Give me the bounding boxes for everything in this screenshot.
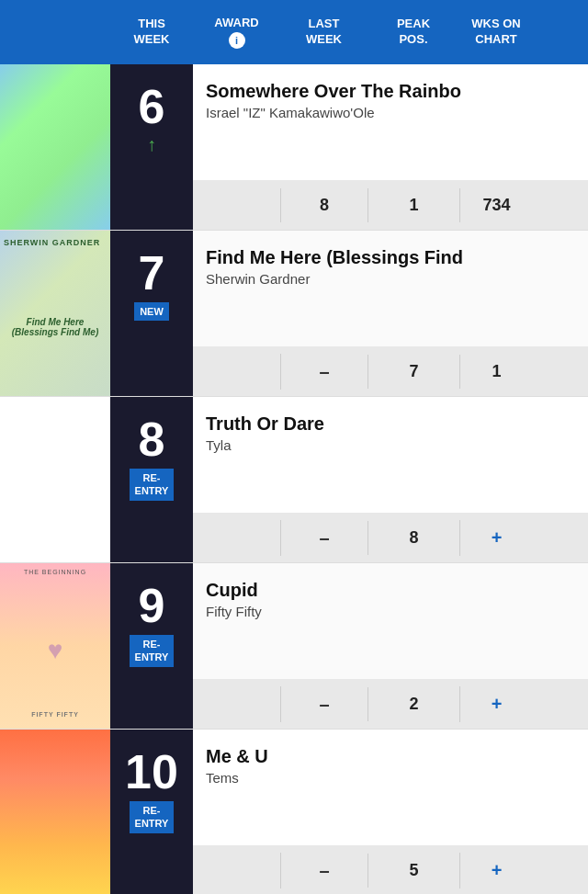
song-info-col: Truth Or Dare Tyla – 8 + (193, 397, 588, 562)
art-cupid-bg: THE BEGINNING ♥ FIFTY FIFTY (0, 563, 110, 729)
song-stats: – 5 + (193, 845, 588, 894)
stat-wks: 1 (459, 355, 533, 389)
stat-this-week (193, 696, 280, 711)
stat-peak: 8 (368, 521, 459, 555)
rank-col: 6 ↑ (110, 64, 193, 230)
rank-arrow-up-icon: ↑ (147, 134, 156, 155)
song-artist: Tems (206, 770, 575, 786)
rank-number: 9 (139, 582, 165, 629)
song-info-col: Somewhere Over The Rainbo Israel "IZ" Ka… (193, 64, 588, 230)
art-findme-bg: SHERWIN GARDNER Find Me Here(Blessings F… (0, 231, 110, 396)
award-info-icon[interactable]: i (229, 32, 245, 49)
reentry-badge: RE-ENTRY (130, 801, 175, 833)
header-wks: WKS ONCHART (459, 17, 533, 48)
album-art: SHERWIN GARDNER Find Me Here(Blessings F… (0, 231, 110, 396)
reentry-badge: RE-ENTRY (130, 469, 175, 501)
album-art (0, 64, 110, 230)
stat-peak: 1 (368, 188, 459, 222)
stat-last-week: 8 (280, 188, 368, 222)
header-peak: PEAKPOS. (368, 17, 459, 48)
song-info-col: Find Me Here (Blessings Find Sherwin Gar… (193, 231, 588, 396)
header-award: AWARD i (193, 16, 280, 49)
rank-col: 10 RE-ENTRY (110, 730, 193, 894)
stat-peak: 5 (368, 854, 459, 888)
song-title: Somewhere Over The Rainbo (206, 81, 575, 102)
rank-number: 7 (139, 249, 165, 297)
chart-row: THE BEGINNING ♥ FIFTY FIFTY 9 RE-ENTRY C… (0, 563, 588, 730)
album-art: THE BEGINNING ♥ FIFTY FIFTY (0, 563, 110, 729)
stat-wks: + (459, 686, 533, 722)
header-this-week: THISWEEK (110, 17, 193, 48)
chart-row: 6 ↑ Somewhere Over The Rainbo Israel "IZ… (0, 64, 588, 231)
song-top: Somewhere Over The Rainbo Israel "IZ" Ka… (193, 64, 588, 180)
chart-header: THISWEEK AWARD i LASTWEEK PEAKPOS. WKS O… (0, 0, 588, 64)
header-last-week: LASTWEEK (280, 17, 368, 48)
stat-last-week: – (280, 686, 368, 722)
stat-this-week (193, 863, 280, 877)
song-info-col: Cupid Fifty Fifty – 2 + (193, 563, 588, 729)
song-top: Cupid Fifty Fifty (193, 563, 588, 679)
art-truth-bg (0, 397, 110, 562)
chart-row: 8 RE-ENTRY Truth Or Dare Tyla – 8 + (0, 397, 588, 563)
song-artist: Tyla (206, 437, 575, 453)
stat-this-week (193, 530, 280, 545)
stat-peak: 7 (368, 355, 459, 389)
rank-col: 8 RE-ENTRY (110, 397, 193, 562)
rank-col: 9 RE-ENTRY (110, 563, 193, 729)
song-title: Cupid (206, 580, 575, 601)
stat-this-week (193, 364, 280, 379)
art-findme-text: SHERWIN GARDNER (4, 238, 100, 247)
song-stats: 8 1 734 (193, 180, 588, 230)
song-stats: – 2 + (193, 679, 588, 729)
rank-col: 7 NEW (110, 231, 193, 396)
song-top: Me & U Tems (193, 730, 588, 845)
art-rainbow-bg (0, 64, 110, 230)
rank-number: 8 (139, 415, 165, 463)
stat-last-week: – (280, 520, 368, 556)
stat-wks: 734 (459, 188, 533, 222)
song-title: Find Me Here (Blessings Find (206, 247, 575, 268)
song-artist: Sherwin Gardner (206, 271, 575, 287)
rank-number: 10 (125, 748, 178, 796)
chart-row: SHERWIN GARDNER Find Me Here(Blessings F… (0, 231, 588, 397)
stat-peak: 2 (368, 687, 459, 721)
stat-wks: + (459, 853, 533, 888)
stat-last-week: – (280, 354, 368, 390)
song-artist: Israel "IZ" Kamakawiwo'Ole (206, 105, 575, 120)
song-artist: Fifty Fifty (206, 604, 575, 619)
rank-number: 6 (139, 83, 165, 130)
stat-this-week (193, 198, 280, 212)
song-stats: – 8 + (193, 513, 588, 562)
album-art (0, 730, 110, 894)
song-info-col: Me & U Tems – 5 + (193, 730, 588, 894)
chart-row: 10 RE-ENTRY Me & U Tems – 5 + (0, 730, 588, 894)
stat-last-week: – (280, 853, 368, 888)
stat-wks: + (459, 520, 533, 556)
new-badge: NEW (134, 302, 169, 321)
song-title: Me & U (206, 746, 575, 767)
reentry-badge: RE-ENTRY (130, 635, 175, 667)
art-meu-bg (0, 730, 110, 894)
song-title: Truth Or Dare (206, 413, 575, 435)
song-top: Truth Or Dare Tyla (193, 397, 588, 513)
song-stats: – 7 1 (193, 346, 588, 396)
song-top: Find Me Here (Blessings Find Sherwin Gar… (193, 231, 588, 346)
album-art (0, 397, 110, 562)
